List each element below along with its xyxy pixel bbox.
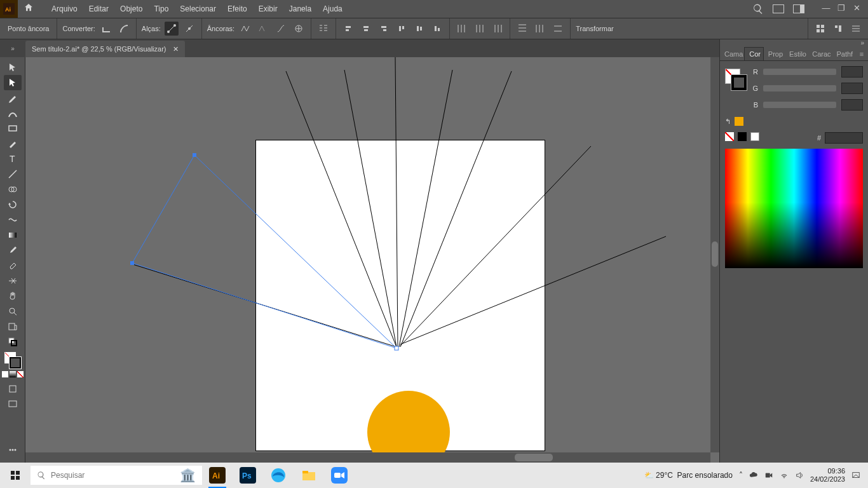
transform-label[interactable]: Transformar [576,25,614,32]
gradient-tool[interactable] [4,227,22,243]
taskbar-clock[interactable]: 09:36 24/02/2023 [810,467,845,484]
panel-stroke-swatch[interactable] [731,75,747,90]
scissors-tool[interactable] [4,273,22,288]
start-button[interactable] [0,463,31,488]
distribute-vspace-button[interactable] [533,22,547,36]
r-value[interactable] [841,66,863,78]
convert-corner-button[interactable] [99,22,113,36]
last-color-swatch[interactable] [735,117,743,126]
convert-smooth-button[interactable] [117,22,131,36]
distribute-left-button[interactable] [455,22,469,36]
window-minimize[interactable]: — [820,5,832,13]
taskbar-app-zoom[interactable] [324,463,355,488]
horizontal-scrollbar-thumb[interactable] [515,454,553,461]
vertical-scrollbar-thumb[interactable] [712,241,718,267]
fill-stroke-swatch[interactable] [4,352,21,369]
vertical-scrollbar[interactable] [710,57,719,452]
curvature-tool[interactable] [4,105,22,121]
tray-onedrive-icon[interactable] [749,471,758,480]
line-tool[interactable] [4,166,22,182]
menu-editar[interactable]: Editar [83,0,114,18]
document-tab[interactable]: Sem título-2.ai* @ 22,5 % (RGB/Visualiza… [25,41,185,57]
panel-menu-button[interactable]: ≡ [855,48,868,60]
window-restore[interactable]: ❐ [835,5,848,13]
r-slider[interactable] [763,69,836,75]
menu-objeto[interactable]: Objeto [114,0,148,18]
menu-selecionar[interactable]: Selecionar [174,0,222,18]
panel-tab-pathfinder[interactable]: Pathf [832,48,854,60]
pen-tool[interactable] [4,90,22,105]
tray-meet-icon[interactable] [764,471,773,480]
panel-fill-stroke[interactable] [725,66,750,97]
menu-arquivo[interactable]: Arquivo [46,0,83,18]
edit-toolbar-button[interactable] [4,442,22,458]
none-color-swatch[interactable] [725,132,734,141]
handles-hide-button[interactable] [182,22,196,36]
shape-builder-tool[interactable] [4,182,22,197]
anchor-add-button[interactable] [256,22,270,36]
align-top-button[interactable] [395,22,409,36]
panel-tab-propriedades[interactable]: Prop [764,48,785,60]
align-hcenter-button[interactable] [359,22,373,36]
screen-mode-button[interactable] [4,396,22,412]
isolate-button[interactable] [813,22,827,36]
menu-tipo[interactable]: Tipo [148,0,174,18]
black-swatch[interactable] [738,132,747,141]
search-icon[interactable] [752,3,764,15]
window-close[interactable]: ✕ [850,5,863,13]
tray-volume-icon[interactable] [795,471,804,480]
align-vcenter-button[interactable] [412,22,426,36]
rotate-tool[interactable] [4,197,22,212]
paintbrush-tool[interactable] [4,136,22,151]
align-left-button[interactable] [341,22,355,36]
tray-wifi-icon[interactable] [780,471,789,480]
distribute-hspace-button[interactable] [515,22,529,36]
arrange-panels-icon[interactable] [773,4,784,13]
stroke-swatch[interactable] [10,357,21,369]
panel-tab-caractere[interactable]: Carac [808,48,832,60]
tray-notifications-icon[interactable] [851,471,860,480]
menu-exibir[interactable]: Exibir [253,0,283,18]
handles-show-button[interactable] [165,22,179,36]
weather-widget[interactable]: ⛅ 29°C Parc ensolarado [644,471,733,480]
panel-tab-cor[interactable]: Cor [744,47,764,60]
zoom-tool[interactable] [4,304,22,319]
b-slider[interactable] [763,102,836,108]
direct-selection-tool[interactable] [4,75,22,90]
fill-stroke-toggle[interactable] [4,334,22,349]
distribute-right-button[interactable] [491,22,505,36]
distribute-space-button[interactable] [551,22,565,36]
color-spectrum[interactable] [725,149,863,268]
anchor-cut-button[interactable] [292,22,306,36]
selection-tool[interactable] [4,60,22,75]
align-dropdown-button[interactable] [316,22,330,36]
taskbar-app-edge[interactable] [263,463,294,488]
document-tab-close[interactable]: ✕ [173,45,179,53]
home-button[interactable] [18,3,39,15]
menu-efeito[interactable]: Efeito [222,0,253,18]
b-value[interactable] [841,99,863,111]
anchor-connect-button[interactable] [274,22,288,36]
color-mode-toggle[interactable] [2,371,24,377]
align-right-button[interactable] [377,22,391,36]
options-more-button[interactable] [849,22,863,36]
g-slider[interactable] [763,85,836,92]
width-tool[interactable] [4,212,22,227]
anchor-remove-button[interactable] [238,22,252,36]
menu-ajuda[interactable]: Ajuda [317,0,348,18]
menu-janela[interactable]: Janela [283,0,317,18]
hand-tool[interactable] [4,288,22,304]
artboard-tool[interactable] [4,319,22,334]
taskbar-app-explorer[interactable] [294,463,324,488]
taskbar-search[interactable]: Pesquisar 🏛️ [31,466,202,485]
rectangle-tool[interactable] [4,121,22,136]
panel-tab-estilos[interactable]: Estilo [785,48,808,60]
type-tool[interactable]: T [4,151,22,166]
eraser-tool[interactable] [4,258,22,273]
taskbar-app-illustrator[interactable]: Ai [202,463,233,488]
tray-chevron-icon[interactable]: ˄ [739,471,743,480]
taskbar-app-photoshop[interactable]: Ps [233,463,263,488]
tabs-expand-icon[interactable]: » [0,39,25,57]
eyedropper-tool[interactable] [4,243,22,258]
distribute-hcenter-button[interactable] [473,22,487,36]
